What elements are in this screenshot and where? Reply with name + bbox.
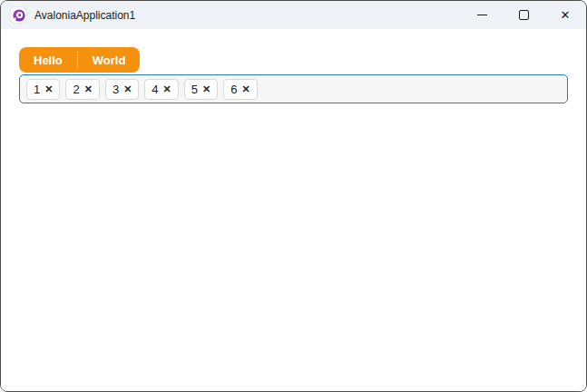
tab-hello-label: Hello <box>34 54 63 67</box>
chip-3-remove-icon[interactable]: ✕ <box>123 84 132 94</box>
maximize-icon <box>519 10 529 20</box>
chip-6-label: 6 <box>230 83 237 96</box>
window-controls: ✕ <box>461 1 586 29</box>
tab-world-label: World <box>93 54 126 67</box>
window-content: Hello World 1 ✕ 2 ✕ 3 ✕ 4 ✕ <box>1 29 586 391</box>
minimize-button[interactable] <box>461 1 503 29</box>
avalonia-logo-icon <box>11 7 26 23</box>
tab-strip: Hello World <box>19 47 140 73</box>
chip-3-label: 3 <box>113 83 119 96</box>
close-button[interactable]: ✕ <box>544 1 586 29</box>
chip-2: 2 ✕ <box>65 79 99 100</box>
chip-3: 3 ✕ <box>105 79 139 100</box>
window-title: AvaloniaApplication1 <box>34 9 135 22</box>
chip-1: 1 ✕ <box>26 79 60 100</box>
chip-input-container[interactable]: 1 ✕ 2 ✕ 3 ✕ 4 ✕ 5 ✕ 6 ✕ <box>19 74 568 103</box>
chip-5: 5 ✕ <box>184 79 218 100</box>
chip-5-remove-icon[interactable]: ✕ <box>202 84 210 94</box>
tab-world[interactable]: World <box>78 47 141 73</box>
maximize-button[interactable] <box>503 1 544 29</box>
chip-4-remove-icon[interactable]: ✕ <box>163 84 171 94</box>
tab-hello[interactable]: Hello <box>19 47 77 73</box>
chip-1-label: 1 <box>34 83 40 96</box>
chip-2-label: 2 <box>73 83 79 96</box>
chip-4: 4 ✕ <box>144 79 178 100</box>
chip-6-remove-icon[interactable]: ✕ <box>242 84 250 94</box>
chip-2-remove-icon[interactable]: ✕ <box>84 84 93 94</box>
chip-5-label: 5 <box>191 83 198 96</box>
close-icon: ✕ <box>561 9 571 21</box>
chip-1-remove-icon[interactable]: ✕ <box>44 84 53 94</box>
chip-4-label: 4 <box>152 83 158 96</box>
title-bar: AvaloniaApplication1 ✕ <box>1 1 586 29</box>
app-window: AvaloniaApplication1 ✕ Hello World <box>0 0 587 392</box>
minimize-icon <box>477 15 487 15</box>
chip-6: 6 ✕ <box>223 79 257 100</box>
